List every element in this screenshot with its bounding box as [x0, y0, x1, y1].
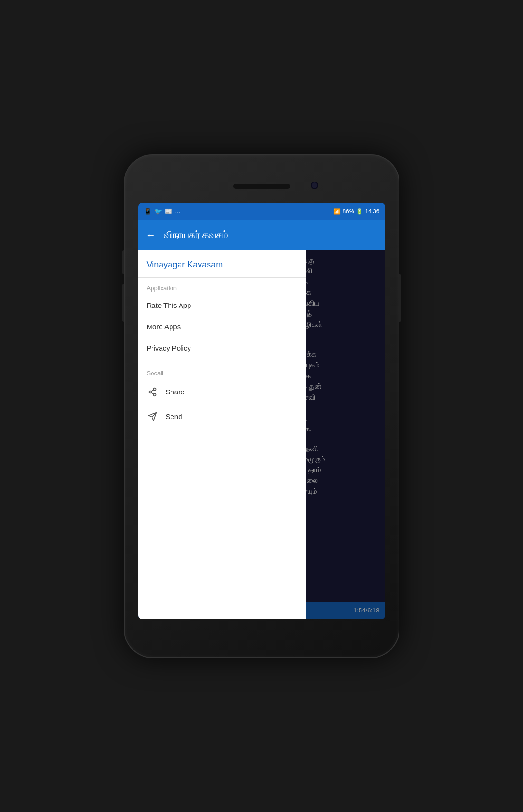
status-right-info: 📶 86% 🔋 14:36: [333, 208, 379, 215]
volume-down-button[interactable]: [122, 284, 124, 322]
drawer-item-more-apps[interactable]: More Apps: [138, 316, 306, 337]
drawer-item-privacy[interactable]: Privacy Policy: [138, 337, 306, 359]
battery-icon: 🔋: [356, 208, 363, 215]
twitter-icon: 🐦: [154, 208, 162, 215]
svg-point-43: [153, 388, 156, 390]
rate-app-label: Rate This App: [147, 301, 191, 309]
power-button[interactable]: [399, 274, 401, 322]
drawer-section-application: Application: [138, 278, 306, 295]
drawer-header: Vinayagar Kavasam: [138, 250, 306, 278]
send-label: Send: [166, 412, 182, 420]
drawer-app-name: Vinayagar Kavasam: [147, 260, 298, 270]
flipboard-icon: 📰: [165, 208, 172, 215]
more-icons: ...: [175, 208, 181, 215]
screen: 📱 🐦 📰 ... 📶 86% 🔋 14:36 ← விநாயகர் கவசம்: [138, 203, 385, 619]
navigation-drawer: Vinayagar Kavasam Application Rate This …: [138, 250, 306, 619]
svg-line-46: [151, 392, 154, 394]
clock: 14:36: [365, 208, 379, 215]
more-apps-label: More Apps: [147, 323, 181, 331]
app-title: விநாயகர் கவசம்: [164, 229, 228, 240]
wifi-icon: 📶: [333, 208, 341, 215]
drawer-section-social: Socail: [138, 363, 306, 380]
speaker: [233, 184, 290, 189]
battery-percent: 86%: [342, 208, 354, 215]
drawer-item-share[interactable]: Share: [138, 380, 306, 404]
phone-device: 📱 🐦 📰 ... 📶 86% 🔋 14:36 ← விநாயகர் கவசம்: [124, 154, 399, 658]
app-bar: ← விநாயகர் கவசம்: [138, 220, 385, 250]
camera: [311, 182, 318, 189]
share-label: Share: [166, 388, 185, 396]
privacy-policy-label: Privacy Policy: [147, 344, 191, 352]
svg-point-44: [149, 391, 151, 393]
drawer-item-rate[interactable]: Rate This App: [138, 295, 306, 316]
content-area: ராய் வயங்கு ந்த சென்னி ன் தரதேக ர்ந்து க…: [138, 250, 385, 619]
whatsapp-icon: 📱: [144, 208, 152, 215]
back-button[interactable]: ←: [146, 229, 156, 241]
svg-point-45: [153, 393, 156, 396]
send-icon: [147, 411, 158, 422]
status-left-icons: 📱 🐦 📰 ...: [144, 208, 181, 215]
share-icon: [147, 386, 158, 398]
drawer-item-send[interactable]: Send: [138, 404, 306, 429]
volume-up-button[interactable]: [122, 250, 124, 274]
svg-line-47: [151, 390, 154, 391]
status-bar: 📱 🐦 📰 ... 📶 86% 🔋 14:36: [138, 203, 385, 220]
drawer-divider: [138, 361, 306, 361]
